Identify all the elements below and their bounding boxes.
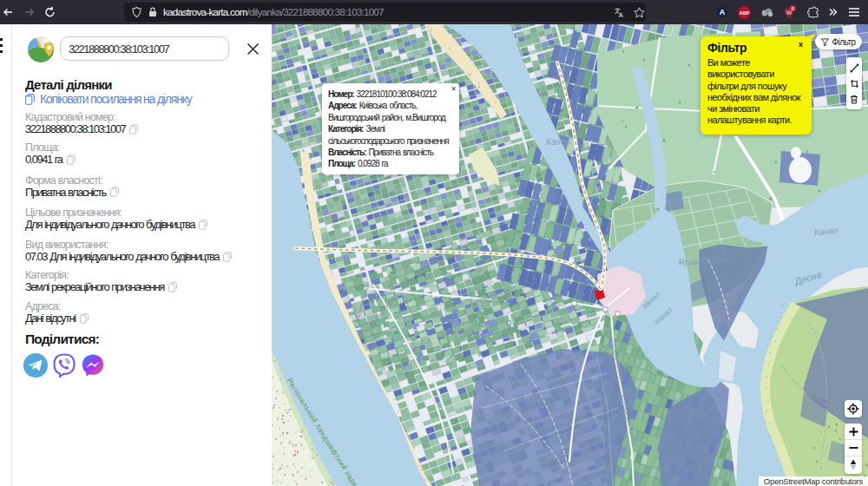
svg-text:Канал: Канал	[546, 137, 570, 147]
svg-text:A: A	[720, 8, 726, 16]
svg-text:A: A	[619, 12, 623, 18]
svg-text:ABP: ABP	[740, 10, 750, 16]
